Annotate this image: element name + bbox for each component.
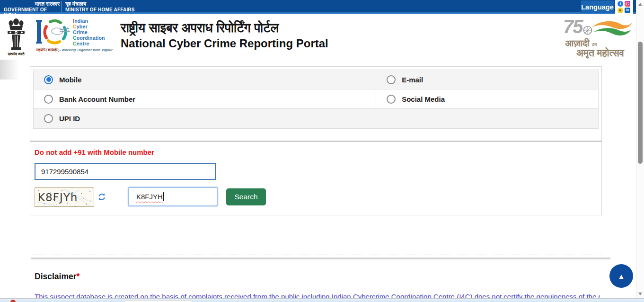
search-type-options: Mobile E-mail Bank Account Number Social… [33,70,599,129]
emblem-caption: सत्यमेव जयते [5,52,27,57]
portal-title-english: National Cyber Crime Reporting Portal [121,36,328,51]
portal-title-hindi: राष्ट्रीय साइबर अपराध रिपोर्टिंग पोर्टल [121,20,328,36]
azadi-ka-amrit-mahotsav-logo: 75 आज़ादी का अमृत महोत्सव [562,16,633,59]
dotted-separator [32,255,602,255]
i4c-logo: Indian Cyber Crime Coordination Centre स… [36,17,117,58]
azadi-75-number: 75 [563,16,582,37]
radio-social-media[interactable] [387,95,396,104]
radio-email[interactable] [387,75,396,84]
captcha-code-text: K8FJYh [38,188,78,207]
radio-upi-id[interactable] [44,114,53,123]
cybercrime-portal-page: भारत सरकार GOVERNMENT OF INDIA गृह मंत्र… [0,0,644,302]
ashoka-emblem-icon [6,18,26,51]
captcha-input[interactable]: K8FJYH [128,187,218,206]
option-row: Bank Account Number Social Media [34,89,598,109]
up-arrow-icon: ▲ [618,272,625,280]
mobile-number-input[interactable] [35,163,216,180]
koo-icon[interactable]: k [618,8,623,13]
section-separator [31,258,610,259]
option-row: Mobile E-mail [34,70,598,89]
portal-titles: राष्ट्रीय साइबर अपराध रिपोर्टिंग पोर्टल … [121,20,328,51]
radio-mobile[interactable] [44,75,53,84]
option-row: UPI ID [34,109,598,128]
scroll-to-top-button[interactable]: ▲ [609,264,633,288]
bottom-bar-red-dot [10,300,16,302]
ministry-english-label: MINISTRY OF HOME AFFAIRS [65,7,135,13]
captcha-image: K8FJYh [35,187,94,207]
disclaimer-heading: Disclaimer* [35,272,79,282]
tricolor-flag-icon [591,19,632,40]
azadi-line2: अमृत महोत्सव [576,47,624,59]
required-asterisk: * [77,272,80,281]
i4c-wordmark: Indian Cyber Crime Coordination Centre [73,17,105,46]
scrollbar-thumb[interactable] [638,42,643,164]
option-email[interactable]: E-mail [376,70,598,89]
ashoka-chakra-icon [583,26,592,35]
scrollbar-down-arrow-icon[interactable] [638,293,642,295]
text-caret [163,192,164,201]
bottom-bar [0,298,644,302]
ministry-block: गृह मंत्रालय MINISTRY OF HOME AFFAIRS [65,1,169,13]
captcha-refresh-icon[interactable] [97,192,106,202]
radio-bank-account[interactable] [44,95,53,104]
option-bank-account[interactable]: Bank Account Number [34,89,376,108]
option-mobile[interactable]: Mobile [34,70,376,89]
vertical-scrollbar[interactable] [636,0,644,302]
ministry-hindi-label: गृह मंत्रालय [65,1,86,7]
option-upi-id[interactable]: UPI ID [34,109,376,128]
topbar-divider [62,1,62,12]
gov-hindi-label: भारत सरकार [35,1,60,7]
government-topbar: भारत सरकार GOVERNMENT OF INDIA गृह मंत्र… [0,0,636,14]
instagram-icon[interactable] [625,1,630,7]
scrollbar-up-arrow-icon[interactable] [638,3,642,6]
captcha-input-value: K8FJYH [136,193,163,201]
india-emblem-logo: सत्यमेव जयते [5,18,27,58]
i4c-logo-icon [36,17,71,46]
panel-divider [30,141,602,142]
option-empty-cell [376,109,598,128]
social-links-box: f k in [615,0,633,14]
portal-header: सत्यमेव जयते [0,15,636,59]
facebook-icon[interactable]: f [618,1,623,7]
search-button[interactable]: Search [226,188,266,205]
mobile-warning-text: Do not add +91 with Mobile number [35,148,154,156]
option-social-media[interactable]: Social Media [376,89,598,108]
linkedin-icon[interactable]: in [625,8,630,13]
panel-shadow [0,60,19,80]
language-button[interactable]: Language [581,0,614,13]
i4c-tagline: सहयोगेन कार्यवहेम् • Working Together Wi… [36,48,117,53]
bottom-bar-pill [124,300,193,302]
